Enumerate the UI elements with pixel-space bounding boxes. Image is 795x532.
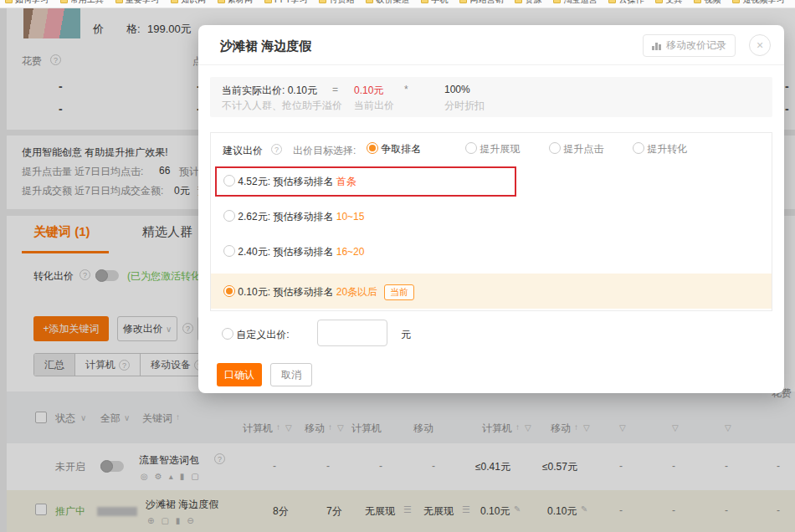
target-impressions-radio[interactable]: 提升展现 bbox=[465, 142, 520, 156]
bookmark-label: 云操作 bbox=[618, 0, 644, 6]
cancel-button[interactable]: 取消 bbox=[270, 363, 312, 386]
bid-note-2: 当前出价 bbox=[354, 99, 394, 113]
bookmark-label: 网站营销 bbox=[469, 0, 503, 6]
base-bid-value: 0.10元 bbox=[354, 84, 383, 98]
folder-icon bbox=[5, 0, 13, 3]
mobile-price-history-button[interactable]: 移动改价记录 bbox=[643, 34, 736, 57]
option-desc: 预估移动排名 bbox=[273, 211, 333, 223]
folder-icon bbox=[655, 0, 663, 3]
bookmark-label: 资源 bbox=[525, 0, 541, 6]
target-rank-label: 争取排名 bbox=[381, 143, 421, 155]
option-price: 4.52元: bbox=[238, 176, 270, 187]
bid-option-2[interactable]: 2.62元: 预估移动排名 10~15 bbox=[223, 210, 364, 224]
suggest-section: 建议出价 ? 出价目标选择: 争取排名 提升展现 提升点击 提升转化 4.52元… bbox=[210, 132, 772, 311]
bookmark-label: 文具 bbox=[665, 0, 682, 6]
bid-option-4[interactable]: 0.10元: 预估移动排名 20条以后当前 bbox=[223, 284, 414, 300]
bookmark-label: 付费站 bbox=[329, 0, 354, 6]
option-rank: 20条以后 bbox=[336, 286, 377, 298]
bookmark-label: 砍价渠道 bbox=[376, 0, 409, 6]
bar-chart-icon bbox=[652, 41, 661, 50]
bid-modal: 沙滩裙 海边度假 移动改价记录 × 当前实际出价: 0.10元 = 0.10元 … bbox=[198, 25, 784, 393]
bookmark-item[interactable]: 文具 bbox=[655, 0, 682, 6]
bookmark-item[interactable]: 重要学习 bbox=[115, 0, 159, 6]
radio-icon bbox=[367, 142, 378, 154]
custom-bid-label: 自定义出价: bbox=[236, 329, 289, 340]
bookmark-item[interactable]: 网站营销 bbox=[459, 0, 503, 6]
target-impressions-label: 提升展现 bbox=[480, 143, 520, 155]
option-desc: 预估移动排名 bbox=[273, 246, 333, 258]
target-conversion-radio[interactable]: 提升转化 bbox=[633, 142, 687, 156]
current-badge: 当前 bbox=[384, 284, 414, 300]
bookmark-label: PPT学习 bbox=[274, 0, 307, 6]
target-clicks-radio[interactable]: 提升点击 bbox=[549, 142, 603, 156]
confirm-button[interactable]: 口确认 bbox=[217, 363, 262, 386]
bookmark-item[interactable]: 资源 bbox=[515, 0, 541, 6]
divider bbox=[198, 64, 784, 65]
option-desc: 预估移动排名 bbox=[273, 286, 333, 298]
bookmark-label: 知识网 bbox=[181, 0, 206, 6]
bookmark-item[interactable]: 如何学习 bbox=[5, 0, 49, 6]
folder-icon bbox=[694, 0, 701, 3]
bookmark-item[interactable]: 短视频学习 bbox=[732, 0, 784, 6]
close-icon[interactable]: × bbox=[749, 34, 771, 56]
folder-icon bbox=[115, 0, 123, 3]
radio-icon bbox=[223, 245, 235, 257]
option-price: 2.40元: bbox=[238, 246, 270, 258]
option-rank: 首条 bbox=[336, 176, 356, 187]
folder-icon bbox=[732, 0, 740, 3]
bookmark-item[interactable]: 云操作 bbox=[608, 0, 644, 6]
current-bid-value: 0.10元 bbox=[288, 84, 317, 96]
radio-icon bbox=[223, 285, 235, 297]
suggest-bid-label: 建议出价 bbox=[223, 144, 263, 158]
custom-bid-input[interactable] bbox=[317, 320, 387, 346]
bookmark-item[interactable]: 付费站 bbox=[319, 0, 354, 6]
option-rank: 16~20 bbox=[336, 246, 365, 258]
bookmark-item[interactable]: PPT学习 bbox=[264, 0, 307, 6]
target-conversion-label: 提升转化 bbox=[647, 143, 687, 155]
bookmark-item[interactable]: 素材网 bbox=[218, 0, 253, 6]
bid-option-first-highlight[interactable]: 4.52元: 预估移动排名 首条 bbox=[215, 166, 516, 197]
current-bid-box: 当前实际出价: 0.10元 = 0.10元 * 100% 不计入人群、抢位助手溢… bbox=[210, 77, 772, 117]
radio-icon bbox=[223, 175, 235, 187]
info-icon[interactable]: ? bbox=[271, 144, 282, 155]
folder-icon bbox=[553, 0, 561, 3]
radio-icon bbox=[633, 142, 644, 154]
folder-icon bbox=[319, 0, 326, 3]
bookmark-item[interactable]: 常用工具 bbox=[60, 0, 104, 6]
folder-icon bbox=[421, 0, 428, 3]
equals-sign: = bbox=[332, 84, 338, 95]
screen: 如何学习 常用工具 重要学习 知识网 素材网 PPT学习 付费站 砍价渠道 手机… bbox=[0, 0, 795, 532]
bookmark-label: 常用工具 bbox=[70, 0, 104, 6]
folder-icon bbox=[60, 0, 68, 3]
bookmark-item[interactable]: 手机 bbox=[421, 0, 448, 6]
discount-percent: 100% bbox=[444, 84, 470, 95]
custom-bid-unit: 元 bbox=[401, 328, 411, 342]
folder-icon bbox=[459, 0, 467, 3]
option-price: 0.10元: bbox=[238, 286, 270, 298]
bid-option-current-row[interactable]: 0.10元: 预估移动排名 20条以后当前 bbox=[211, 274, 772, 309]
bookmark-item[interactable]: 砍价渠道 bbox=[366, 0, 409, 6]
bookmark-label: 重要学习 bbox=[126, 0, 159, 6]
radio-icon bbox=[549, 142, 561, 154]
bid-option-3[interactable]: 2.40元: 预估移动排名 16~20 bbox=[223, 245, 364, 259]
bookmark-label: 如何学习 bbox=[15, 0, 49, 6]
option-rank: 10~15 bbox=[336, 211, 365, 223]
target-select-label: 出价目标选择: bbox=[293, 144, 356, 158]
target-clicks-label: 提升点击 bbox=[563, 143, 603, 155]
target-rank-radio[interactable]: 争取排名 bbox=[367, 142, 421, 156]
current-bid-label: 当前实际出价: bbox=[222, 84, 285, 96]
folder-icon bbox=[171, 0, 178, 3]
folder-icon bbox=[515, 0, 522, 3]
bookmark-item[interactable]: 知识网 bbox=[171, 0, 206, 6]
folder-icon bbox=[608, 0, 616, 3]
bid-note-3: 分时折扣 bbox=[444, 99, 485, 113]
bookmark-item[interactable]: 淘宝运营 bbox=[553, 0, 597, 6]
option-desc: 预估移动排名 bbox=[273, 176, 333, 187]
bid-note-1: 不计入人群、抢位助手溢价 bbox=[222, 99, 342, 113]
bookmark-label: 手机 bbox=[431, 0, 448, 6]
multiply-sign: * bbox=[404, 84, 408, 95]
folder-icon bbox=[366, 0, 373, 3]
bookmark-item[interactable]: 视频 bbox=[694, 0, 721, 6]
custom-bid-radio[interactable]: 自定义出价: bbox=[222, 328, 290, 342]
bid-option-1[interactable]: 4.52元: 预估移动排名 首条 bbox=[223, 175, 356, 189]
